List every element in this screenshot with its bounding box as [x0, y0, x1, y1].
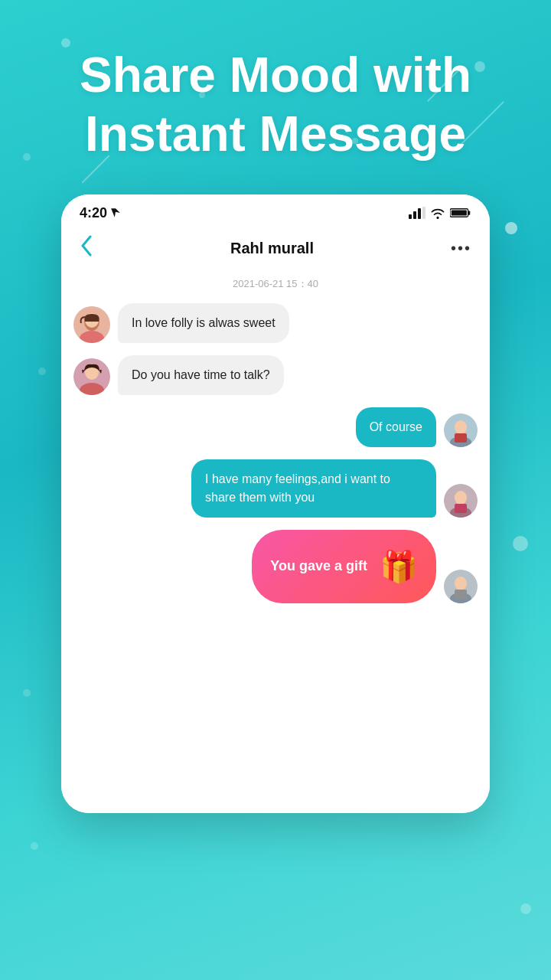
chat-area: 2021-06-21 15：40 In love folly is alwas … — [61, 277, 490, 813]
gift-message-bubble: You gave a gift 🎁 — [252, 530, 436, 603]
message-text: In love folly is alwas sweet — [132, 316, 276, 329]
svg-rect-3 — [422, 207, 425, 219]
headline-section: Share Mood with Instant Message — [0, 0, 551, 194]
status-icons — [409, 207, 471, 219]
more-button[interactable]: ••• — [451, 240, 471, 257]
svg-point-16 — [455, 420, 467, 434]
message-bubble: I have many feelings,and i want to share… — [191, 459, 436, 518]
gift-icon: 🎁 — [380, 544, 418, 590]
avatar — [73, 306, 110, 343]
nav-bar: Rahl murall ••• — [61, 227, 490, 274]
headline-line2: Instant Message — [85, 106, 466, 162]
headline-text: Share Mood with Instant Message — [46, 46, 505, 164]
nav-title: Rahl murall — [230, 240, 314, 257]
svg-point-20 — [455, 491, 467, 505]
svg-rect-25 — [455, 590, 467, 599]
svg-rect-2 — [418, 208, 421, 219]
message-bubble: In love folly is alwas sweet — [118, 303, 289, 343]
chat-timestamp: 2021-06-21 15：40 — [73, 277, 478, 291]
table-row: I have many feelings,and i want to share… — [73, 459, 478, 518]
message-text: I have many feelings,and i want to share… — [205, 472, 390, 504]
back-button[interactable] — [80, 235, 93, 262]
signal-icon — [409, 207, 425, 219]
message-bubble: Do you have time to talk? — [118, 355, 284, 395]
avatar — [444, 413, 478, 447]
svg-rect-5 — [468, 211, 471, 214]
phone-mockup: 4:20 — [0, 194, 551, 813]
avatar — [73, 358, 110, 395]
svg-rect-21 — [455, 504, 467, 513]
status-bar: 4:20 — [61, 194, 490, 227]
phone-screen: 4:20 — [61, 194, 490, 813]
message-text: Of course — [370, 420, 422, 433]
svg-point-24 — [455, 577, 467, 590]
svg-rect-6 — [452, 211, 467, 216]
table-row: Of course — [73, 407, 478, 447]
time-display: 4:20 — [80, 205, 107, 221]
message-text: Do you have time to talk? — [132, 368, 270, 381]
location-arrow-icon — [110, 207, 121, 218]
gift-text: You gave a gift — [270, 556, 367, 577]
avatar — [444, 570, 478, 603]
svg-rect-17 — [455, 433, 467, 443]
svg-rect-1 — [413, 211, 416, 219]
table-row: In love folly is alwas sweet — [73, 303, 478, 343]
svg-rect-0 — [409, 214, 412, 219]
battery-icon — [450, 207, 471, 219]
wifi-icon — [430, 207, 445, 219]
table-row: Do you have time to talk? — [73, 355, 478, 395]
table-row: You gave a gift 🎁 — [73, 530, 478, 603]
status-time: 4:20 — [80, 205, 121, 221]
avatar — [444, 484, 478, 518]
message-bubble: Of course — [356, 407, 436, 447]
headline-line1: Share Mood with — [80, 47, 471, 103]
